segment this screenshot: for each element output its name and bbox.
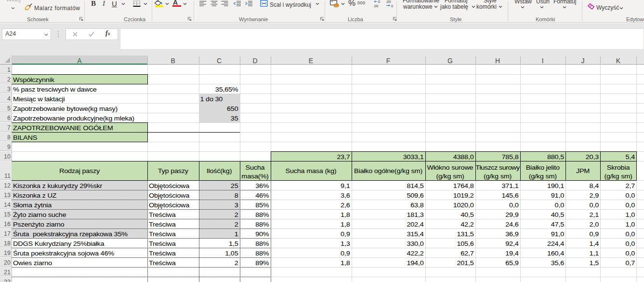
svg-text:0: 0: [378, 0, 380, 4]
svg-text:,00: ,00: [386, 0, 391, 4]
svg-text:,00: ,00: [373, 4, 378, 8]
svg-text:0: 0: [391, 4, 393, 8]
